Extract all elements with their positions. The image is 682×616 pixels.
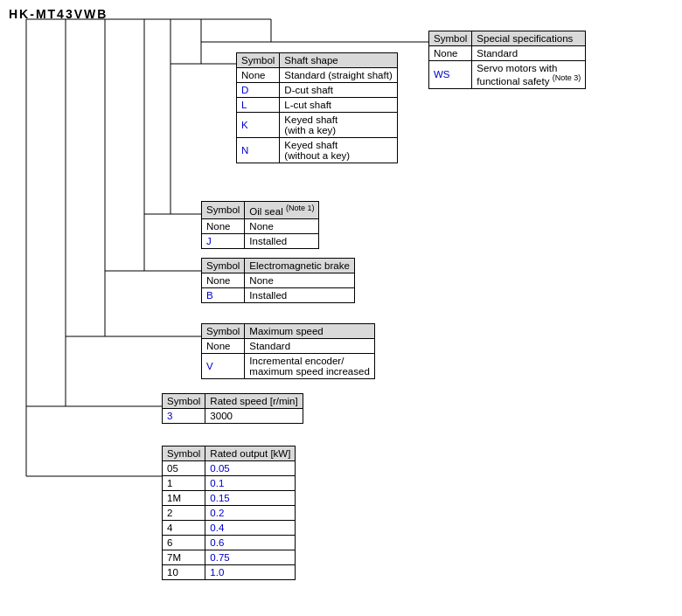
ratedoutput-1-desc: 0.1 <box>205 476 296 491</box>
ratedoutput-1m-symbol: 1M <box>163 491 205 506</box>
brake-b-symbol: B <box>202 288 245 303</box>
ratedoutput-desc-header: Rated output [kW] <box>205 446 296 461</box>
ratedoutput-05-desc: 0.05 <box>205 461 296 476</box>
special-specs-table: Symbol Special specifications None Stand… <box>428 31 586 89</box>
shaft-l-symbol: L <box>237 98 280 113</box>
ratedspeed-3-desc: 3000 <box>205 409 303 424</box>
shaft-desc-header: Shaft shape <box>280 53 397 68</box>
maxspeed-symbol-header: Symbol <box>202 324 245 339</box>
rated-output-table: Symbol Rated output [kW] 05 0.05 1 0.1 1… <box>162 446 296 580</box>
shaft-n-symbol: N <box>237 138 280 163</box>
ratedoutput-7m-desc: 0.75 <box>205 550 296 565</box>
ratedspeed-desc-header: Rated speed [r/min] <box>205 394 303 409</box>
page-title: HK-MT43VWB <box>9 7 108 21</box>
oilseal-symbol-header: Symbol <box>202 202 245 219</box>
ratedoutput-1m-desc: 0.15 <box>205 491 296 506</box>
oilseal-j-desc: Installed <box>245 233 319 248</box>
special-symbol-header: Symbol <box>429 31 472 46</box>
special-desc-header: Special specifications <box>472 31 586 46</box>
ratedoutput-10-symbol: 10 <box>163 565 205 580</box>
ratedspeed-symbol-header: Symbol <box>163 394 205 409</box>
ratedoutput-1-symbol: 1 <box>163 476 205 491</box>
ratedoutput-2-desc: 0.2 <box>205 506 296 521</box>
ratedoutput-2-symbol: 2 <box>163 506 205 521</box>
maxspeed-v-symbol: V <box>202 354 245 379</box>
shaft-d-desc: D-cut shaft <box>280 83 397 98</box>
special-none-symbol: None <box>429 46 472 61</box>
ratedoutput-6-desc: 0.6 <box>205 536 296 550</box>
brake-table: Symbol Electromagnetic brake None None B… <box>201 258 355 303</box>
ratedoutput-6-symbol: 6 <box>163 536 205 550</box>
shaft-none-symbol: None <box>237 68 280 83</box>
maxspeed-none-symbol: None <box>202 339 245 354</box>
shaft-symbol-header: Symbol <box>237 53 280 68</box>
shaft-k-symbol: K <box>237 113 280 138</box>
shaft-none-desc: Standard (straight shaft) <box>280 68 397 83</box>
oil-seal-table: Symbol Oil seal (Note 1) None None J Ins… <box>201 201 319 249</box>
main-container: HK-MT43VWB <box>0 0 682 616</box>
special-ws-desc: Servo motors withfunctional safety (Note… <box>472 61 586 89</box>
maxspeed-desc-header: Maximum speed <box>245 324 374 339</box>
oilseal-none-symbol: None <box>202 218 245 233</box>
shaft-d-symbol: D <box>237 83 280 98</box>
ratedoutput-symbol-header: Symbol <box>163 446 205 461</box>
max-speed-table: Symbol Maximum speed None Standard V Inc… <box>201 323 375 379</box>
special-none-desc: Standard <box>472 46 586 61</box>
brake-symbol-header: Symbol <box>202 259 245 273</box>
brake-none-symbol: None <box>202 273 245 288</box>
oilseal-j-symbol: J <box>202 233 245 248</box>
shaft-k-desc: Keyed shaft(with a key) <box>280 113 397 138</box>
special-ws-symbol: WS <box>429 61 472 89</box>
ratedspeed-3-symbol: 3 <box>163 409 205 424</box>
oilseal-desc-header: Oil seal (Note 1) <box>245 202 319 219</box>
ratedoutput-7m-symbol: 7M <box>163 550 205 565</box>
shaft-l-desc: L-cut shaft <box>280 98 397 113</box>
brake-desc-header: Electromagnetic brake <box>245 259 354 273</box>
brake-b-desc: Installed <box>245 288 354 303</box>
ratedoutput-05-symbol: 05 <box>163 461 205 476</box>
oilseal-none-desc: None <box>245 218 319 233</box>
shaft-n-desc: Keyed shaft(without a key) <box>280 138 397 163</box>
ratedoutput-4-desc: 0.4 <box>205 521 296 536</box>
ratedoutput-4-symbol: 4 <box>163 521 205 536</box>
brake-none-desc: None <box>245 273 354 288</box>
maxspeed-v-desc: Incremental encoder/maximum speed increa… <box>245 354 374 379</box>
shaft-shape-table: Symbol Shaft shape None Standard (straig… <box>236 52 398 163</box>
rated-speed-table: Symbol Rated speed [r/min] 3 3000 <box>162 393 303 424</box>
maxspeed-none-desc: Standard <box>245 339 374 354</box>
ratedoutput-10-desc: 1.0 <box>205 565 296 580</box>
